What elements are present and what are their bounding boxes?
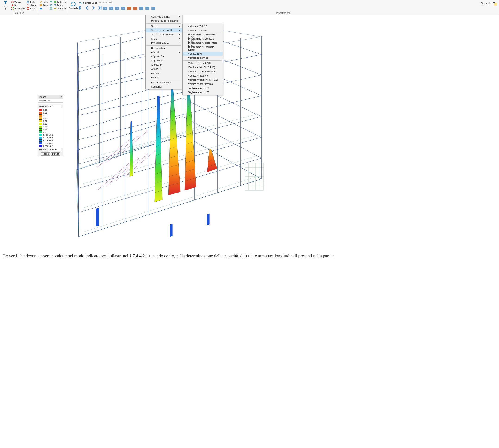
cube-button[interactable] [49,4,53,7]
submenu-verifica-v-traz7[interactable]: Verifica V trazione [7.4.16] [183,78,223,82]
distanza-button[interactable]: Distanza [53,7,67,10]
menu-af-nodi[interactable]: Af nodi▶ [146,50,182,54]
legend-panel: Mappa × Verifica N/M Massimo 0.230.210.2… [38,95,63,157]
submenu-verifica-v-comp[interactable]: Verifica V compressione [183,69,223,74]
submenu-valore-alfas[interactable]: Valore alfas [7.4.16] [183,61,223,65]
menu-slu-pareti-duttili[interactable]: S.L.U. pareti duttili▶ [146,28,182,32]
menu-mostra-ris[interactable]: Mostra ris. per elemento [146,19,182,23]
menu-slu-pareti-estese[interactable]: S.L.U. pareti estese▶ [146,32,182,36]
menu-af-princ-3m[interactable]: Af princ. 3- [146,59,182,63]
trova-button[interactable]: Trova [53,4,67,7]
building-a3-button[interactable]: A [115,5,120,11]
svg-line-19 [55,6,56,6]
legend-swatch [39,112,42,114]
blank-button[interactable]: ▾ [39,7,48,10]
legend-default-button[interactable]: Default [51,152,60,156]
menu-dir-armature[interactable]: Dir. armature [146,46,182,50]
legend-scale-item: 5.279e-02 [39,139,62,142]
legend-scale-item: 2.058e-02 [39,145,62,147]
globe-icon [27,1,29,3]
building-a1-button[interactable]: A [102,5,108,11]
submenu-verifica-rohrov[interactable]: Verifica roH/roV [7.4.17] [183,65,223,69]
document-paragraph: Le verifiche devono essere condotte nel … [0,251,499,264]
legend-value: 0.20 [43,114,48,117]
submenu-verifica-nm[interactable]: Verifica N/M [183,51,223,56]
mesh-button[interactable] [49,7,53,10]
menu-av-princ[interactable]: Av princ. [146,71,182,75]
submenu-taglio-x[interactable]: Taglio resistente X [183,86,223,90]
menu-af-princ-3p[interactable]: Af princ. 3+ [146,54,182,59]
submenu-diag-af-incl[interactable]: Diagramma Af inclinata (cmq) [183,46,223,50]
ribbon-group-progettazione: Controlla Sismica Esist. Verifica N/M A [68,0,499,15]
submenu-azione-m[interactable]: Azione M 7.4.4.5 [183,24,223,29]
niente-button[interactable]: Niente [26,4,37,7]
building-l1-button[interactable]: L [139,5,144,11]
submenu-taglio-y[interactable]: Taglio resistente Y [183,90,223,94]
legend-scale-item: 0.20 [39,114,62,117]
legend-close-button[interactable]: × [60,95,62,98]
tutto-on-button[interactable]: Tutto ON [53,0,67,4]
menu-inviluppo[interactable]: Inviluppo S.L.U.▶ [146,41,182,45]
menu-isola[interactable]: Isola non verificati [146,80,182,85]
nav-prev-button[interactable] [84,5,90,11]
legend-scale-item: 0.18 [39,117,62,120]
building-brick2-button[interactable] [133,5,138,11]
svg-point-0 [12,1,13,3]
svg-rect-10 [28,7,29,8]
legend-max-input[interactable] [48,105,61,108]
filtra-button[interactable]: Filtra ▼ [1,0,10,10]
opzioni-button[interactable]: Opzioni▾ [480,1,492,5]
submenu-azione-v[interactable]: Azione V 7.4.4.5 [183,29,223,32]
edita-button[interactable]: Edita [39,0,48,4]
svg-rect-14 [40,8,42,9]
pencil-icon [39,1,42,3]
building-a2-button[interactable]: A [109,5,114,11]
model-viewport[interactable]: Mappa × Verifica N/M Massimo 0.230.210.2… [0,15,499,251]
legend-value: 6.889e-02 [43,137,53,139]
legend-scale-item: 8.499e-02 [39,134,62,136]
legend-range-button[interactable]: Range [41,152,50,156]
chevron-right-icon: ▶ [179,29,180,32]
cube-icon [50,4,52,7]
menu-sle[interactable]: S.L.E.▶ [146,36,182,41]
sismica-esist-button[interactable]: Sismica Esist. [78,0,98,5]
svg-line-59 [88,133,178,165]
layers-icon [50,1,52,3]
legend-value: 0.13 [43,126,48,128]
submenu-verifica-v-scor[interactable]: Verifica V scorrimento [183,82,223,86]
legend-swatch [39,131,42,133]
controlla-button[interactable]: Controlla [69,0,78,10]
setta-button[interactable]: Setta [39,4,48,7]
submenu-verifica-n-sismica[interactable]: Verifica N sismica [183,56,223,60]
menu-av-sec[interactable]: Av sec. [146,75,182,79]
nav-last-button[interactable] [97,5,102,11]
menu-af-sec-3m[interactable]: Af sec. 3- [146,67,182,71]
menu-sospendi[interactable]: Sospendi [146,85,182,89]
submenu-verifica-v-traz[interactable]: Verifica V trazione [183,74,223,78]
legend-min-input[interactable] [48,148,61,151]
nav-first-button[interactable] [78,5,84,11]
layers-button[interactable] [49,0,53,4]
proprieta-button[interactable]: Proprietà▾ [11,7,26,10]
arrow-select-button[interactable] [492,1,498,6]
mesh-icon [50,7,52,10]
nav-next-button[interactable] [90,5,96,11]
building-l2-button[interactable]: L [145,5,150,11]
building-a4-button[interactable]: A [120,5,126,11]
menu-slu[interactable]: S.L.U.▶ [146,24,182,28]
svg-line-8 [27,4,29,6]
svg-text:A: A [105,7,106,10]
legend-scale-item: 0.12 [39,128,62,131]
svg-rect-4 [11,9,12,10]
menu-controllo-duttilita[interactable]: Controllo duttilità▶ [146,15,182,19]
tutto-button[interactable]: Tutto [26,0,37,4]
macro-button[interactable]: Macro [26,7,37,10]
building-brick-button[interactable] [127,5,132,11]
box-button[interactable]: Box [11,4,26,7]
menu-af-sec-3p[interactable]: Af sec. 3+ [146,63,182,67]
vicino-button[interactable]: Vicino [11,0,26,4]
building-l3-button[interactable]: L [150,5,156,11]
legend-swatch [39,123,42,125]
macro-icon [27,7,29,10]
legend-swatch [39,139,42,142]
